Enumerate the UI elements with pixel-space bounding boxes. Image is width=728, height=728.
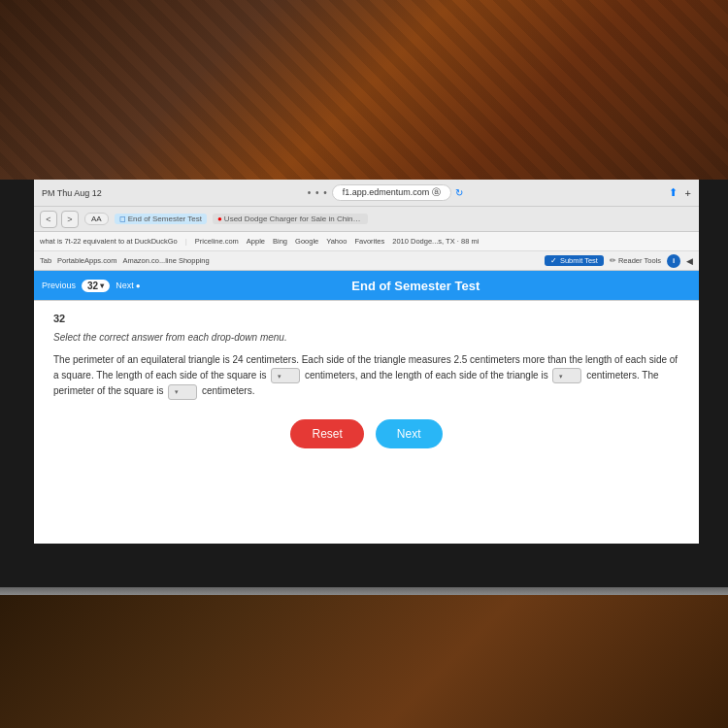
bookmark-priceline[interactable]: Priceline.com (195, 237, 239, 246)
question-body: The perimeter of an equilateral triangle… (53, 352, 679, 400)
tab-dodge-charger[interactable]: ● Used Dodge Charger for Sale in China S… (213, 214, 368, 224)
previous-button[interactable]: Previous (42, 281, 76, 290)
bookmark-apple[interactable]: Apple (247, 237, 265, 246)
instruction-text: Select the correct answer from each drop… (53, 332, 679, 343)
next-nav-button[interactable]: Next ● (116, 281, 140, 290)
question-number-selector[interactable]: 32 ▾ (82, 280, 110, 292)
bookmark-dodge[interactable]: 2010 Dodge...s, TX · 88 mi (392, 237, 479, 246)
nav-tab-label[interactable]: Tab (40, 256, 51, 265)
tab-icon-2: ● (217, 215, 222, 223)
aa-button[interactable]: AA (84, 213, 109, 225)
nav-portableapps[interactable]: PortableApps.com (57, 256, 116, 265)
share-icon[interactable]: ⬆ (669, 186, 678, 199)
bookmarks-bar: what is 7t-22 equivalent to at DuckDuckG… (34, 232, 699, 251)
submit-test-button[interactable]: ✓ Submit Test (545, 255, 604, 266)
dropdown-3[interactable]: ▾ (168, 384, 197, 400)
reader-tools-button[interactable]: ✏ Reader Tools (610, 256, 661, 265)
nav-arrows: < > (40, 211, 79, 228)
dropdown-1-arrow: ▾ (278, 371, 281, 381)
app-toolbar: Previous 32 ▾ Next ● End of Semester Tes… (34, 271, 699, 300)
question-text-part2: centimeters, and the length of each side… (305, 370, 548, 381)
menu-dots[interactable]: • • • (308, 187, 328, 198)
bookmark-favorites[interactable]: Favorites (354, 237, 384, 246)
dropdown-3-arrow: ▾ (175, 386, 179, 397)
dropdown-2-arrow: ▾ (559, 371, 563, 381)
pencil-icon: ✏ (610, 256, 616, 265)
tab-icon-1: ◻ (119, 215, 126, 223)
toolbar-left: Previous 32 ▾ Next ● (42, 280, 141, 292)
next-circle-icon: ● (136, 281, 141, 290)
action-buttons: Reset Next (53, 419, 679, 448)
tab-end-of-semester[interactable]: ◻ End of Semester Test (115, 214, 207, 224)
nav-amazon[interactable]: Amazon.co...line Shopping (122, 256, 209, 265)
bookmark-duckduckgo[interactable]: what is 7t-22 equivalent to at DuckDuckG… (40, 237, 178, 246)
page-title: End of Semester Test (149, 279, 684, 293)
main-content: 32 Select the correct answer from each d… (34, 301, 699, 544)
dropdown-1[interactable]: ▾ (271, 368, 300, 383)
new-tab-icon[interactable]: + (685, 187, 691, 199)
next-button[interactable]: Next (376, 419, 443, 448)
browser-time: PM Thu Aug 12 (42, 188, 102, 198)
url-bar[interactable]: f1.app.edmentum.com ⓐ (332, 184, 451, 201)
dropdown-2[interactable]: ▾ (552, 368, 581, 383)
forward-button[interactable]: > (61, 211, 79, 228)
checkmark-icon: ✓ (550, 256, 557, 265)
sound-button[interactable]: ◀ (686, 256, 693, 266)
back-button[interactable]: < (40, 211, 57, 228)
bookmark-bing[interactable]: Bing (273, 237, 287, 246)
bookmark-google[interactable]: Google (295, 237, 318, 246)
reset-button[interactable]: Reset (290, 419, 363, 448)
question-text-final: centimeters. (202, 385, 254, 396)
bookmark-yahoo[interactable]: Yahoo (326, 237, 347, 246)
refresh-icon[interactable]: ↻ (455, 187, 463, 198)
question-label: 32 (53, 313, 679, 324)
info-button[interactable]: i (667, 254, 680, 268)
